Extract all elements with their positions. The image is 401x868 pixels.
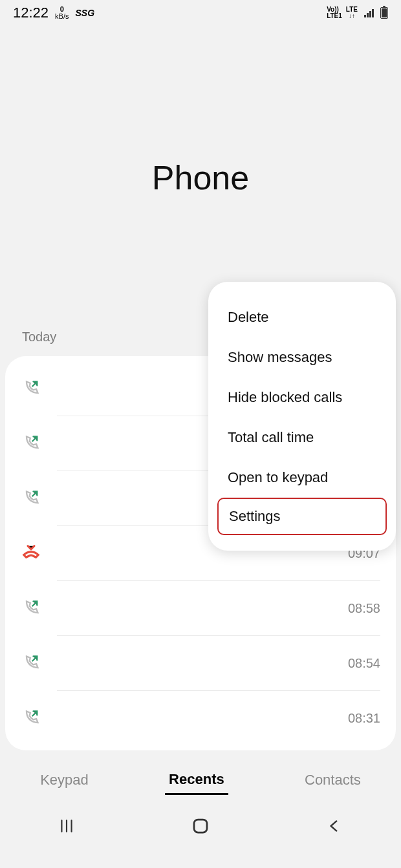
recent-apps-button[interactable] — [55, 814, 78, 838]
status-left: 12:22 0 kB/s SSG — [13, 5, 94, 21]
call-time: 08:54 — [348, 656, 380, 671]
outgoing-call-icon — [21, 488, 41, 509]
status-clock: 12:22 — [13, 5, 49, 21]
tab-recents[interactable]: Recents — [165, 766, 228, 795]
volte-indicator: Vo)) LTE1 — [327, 6, 342, 19]
menu-total-call-time[interactable]: Total call time — [208, 418, 396, 458]
call-time: 08:58 — [348, 601, 380, 616]
outgoing-call-icon — [21, 378, 41, 399]
tab-contacts[interactable]: Contacts — [301, 767, 365, 794]
menu-settings[interactable]: Settings — [217, 498, 387, 535]
back-button[interactable] — [323, 814, 346, 838]
menu-delete[interactable]: Delete — [208, 297, 396, 337]
status-right: Vo)) LTE1 LTE ↓↑ — [327, 6, 388, 19]
outgoing-call-icon — [21, 433, 41, 454]
status-data-rate: 0 kB/s — [55, 6, 69, 20]
overflow-menu: Delete Show messages Hide blocked calls … — [208, 282, 396, 551]
call-row[interactable]: 08:58 — [5, 581, 396, 635]
menu-open-keypad[interactable]: Open to keypad — [208, 458, 396, 498]
tab-keypad[interactable]: Keypad — [36, 767, 92, 794]
outgoing-call-icon — [21, 708, 41, 728]
signal-icon — [364, 8, 374, 17]
menu-hide-blocked[interactable]: Hide blocked calls — [208, 377, 396, 418]
menu-show-messages[interactable]: Show messages — [208, 337, 396, 377]
battery-icon — [380, 7, 388, 19]
lte-indicator: LTE ↓↑ — [346, 6, 358, 19]
svg-rect-0 — [194, 820, 207, 832]
status-ssg: SSG — [75, 8, 94, 18]
call-row[interactable]: 08:54 — [5, 636, 396, 690]
outgoing-call-icon — [21, 598, 41, 619]
missed-call-icon — [21, 543, 41, 564]
status-bar: 12:22 0 kB/s SSG Vo)) LTE1 LTE ↓↑ — [0, 0, 401, 26]
outgoing-call-icon — [21, 653, 41, 673]
page-title: Phone — [152, 158, 249, 197]
system-nav-bar — [0, 803, 401, 849]
call-time: 08:31 — [348, 711, 380, 726]
bottom-tabs: Keypad Recents Contacts — [0, 757, 401, 803]
call-row[interactable]: 08:31 — [5, 691, 396, 745]
home-button[interactable] — [189, 814, 212, 838]
